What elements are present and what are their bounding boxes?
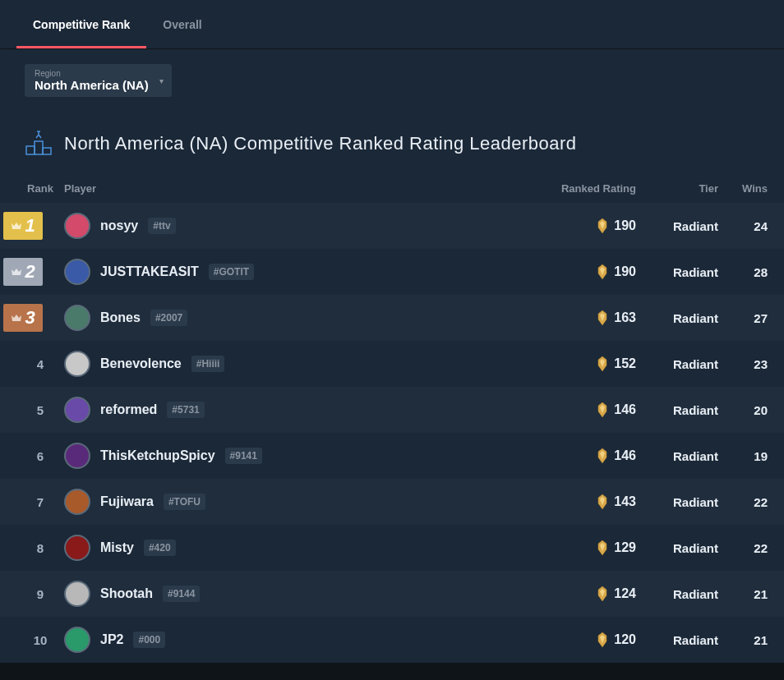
player-name[interactable]: Bones (100, 310, 141, 325)
col-header-rating: Ranked Rating (529, 182, 636, 195)
rating-cell: 163 (529, 310, 636, 326)
table-row[interactable]: 8Misty#420129Radiant22 (0, 525, 784, 571)
wins-value: 23 (718, 357, 768, 371)
rank-number: 6 (16, 449, 64, 463)
player-cell: reformed#5731 (64, 397, 529, 423)
svg-rect-0 (35, 141, 43, 154)
player-name[interactable]: nosyy (100, 218, 138, 233)
table-row[interactable]: 2JUSTTAKEASIT#GOTIT190Radiant28 (0, 249, 784, 295)
player-cell: Fujiwara#TOFU (64, 489, 529, 515)
tab-bar: Competitive Rank Overall (0, 0, 784, 49)
rating-cell: 190 (529, 218, 636, 234)
table-body: 1nosyy#ttv190Radiant242JUSTTAKEASIT#GOTI… (0, 203, 784, 663)
tier-value: Radiant (636, 495, 718, 509)
player-name[interactable]: Benevolence (100, 356, 182, 371)
tier-value: Radiant (636, 357, 718, 371)
col-header-tier: Tier (636, 182, 718, 195)
rating-cell: 120 (529, 632, 636, 648)
rating-value: 152 (614, 356, 636, 371)
avatar (64, 213, 90, 239)
player-tag: #ttv (148, 218, 175, 234)
player-cell: JUSTTAKEASIT#GOTIT (64, 259, 529, 285)
player-tag: #9144 (163, 586, 200, 602)
player-name[interactable]: ThisKetchupSpicy (100, 448, 215, 463)
table-row[interactable]: 10JP2#000120Radiant21 (0, 617, 784, 663)
rating-value: 124 (614, 586, 636, 601)
rating-icon (596, 494, 609, 510)
wins-value: 22 (718, 495, 768, 509)
rating-cell: 146 (529, 448, 636, 464)
table-row[interactable]: 1nosyy#ttv190Radiant24 (0, 203, 784, 249)
player-name[interactable]: JUSTTAKEASIT (100, 264, 199, 279)
table-header: Rank Player Ranked Rating Tier Wins (0, 174, 784, 203)
wins-value: 20 (718, 403, 768, 417)
rating-cell: 143 (529, 494, 636, 510)
col-header-player: Player (64, 182, 529, 195)
svg-rect-2 (43, 148, 51, 154)
player-tag: #000 (133, 632, 165, 648)
rating-value: 190 (614, 264, 636, 279)
player-name[interactable]: Fujiwara (100, 494, 154, 509)
player-tag: #420 (144, 540, 176, 556)
rank-badge: 2 (3, 258, 43, 286)
table-row[interactable]: 4Benevolence#Hiiii152Radiant23 (0, 341, 784, 387)
tab-competitive-rank[interactable]: Competitive Rank (16, 0, 146, 48)
region-dropdown[interactable]: Region North America (NA) ▾ (25, 64, 172, 97)
rating-value: 190 (614, 218, 636, 233)
player-cell: ThisKetchupSpicy#9141 (64, 443, 529, 469)
avatar (64, 397, 90, 423)
rating-value: 143 (614, 494, 636, 509)
player-name[interactable]: reformed (100, 402, 157, 417)
player-tag: #TOFU (164, 494, 205, 510)
tab-overall[interactable]: Overall (146, 0, 218, 48)
rank-badge: 3 (3, 304, 43, 332)
rating-value: 146 (614, 402, 636, 417)
rating-cell: 124 (529, 586, 636, 602)
avatar (64, 351, 90, 377)
player-name[interactable]: Shootah (100, 586, 153, 601)
rating-icon (596, 402, 609, 418)
wins-value: 24 (718, 219, 768, 233)
player-tag: #9141 (225, 448, 262, 464)
avatar (64, 581, 90, 607)
wins-value: 22 (718, 541, 768, 555)
tier-value: Radiant (636, 587, 718, 601)
player-name[interactable]: JP2 (100, 632, 123, 647)
table-row[interactable]: 9Shootah#9144124Radiant21 (0, 571, 784, 617)
tier-value: Radiant (636, 265, 718, 279)
tier-value: Radiant (636, 219, 718, 233)
rank-number: 10 (16, 633, 64, 647)
player-cell: Benevolence#Hiiii (64, 351, 529, 377)
rank-badge: 1 (3, 212, 43, 240)
rating-cell: 146 (529, 402, 636, 418)
rating-icon (596, 356, 609, 372)
wins-value: 27 (718, 311, 768, 325)
player-cell: Misty#420 (64, 535, 529, 561)
rank-number: 8 (16, 541, 64, 555)
wins-value: 21 (718, 633, 768, 647)
rating-icon (596, 632, 609, 648)
rank-number: 4 (16, 357, 64, 371)
table-row[interactable]: 7Fujiwara#TOFU143Radiant22 (0, 479, 784, 525)
rating-value: 120 (614, 632, 636, 647)
tier-value: Radiant (636, 633, 718, 647)
avatar (64, 443, 90, 469)
svg-rect-1 (26, 146, 35, 154)
player-cell: Shootah#9144 (64, 581, 529, 607)
table-row[interactable]: 3Bones#2007163Radiant27 (0, 295, 784, 341)
rating-icon (596, 218, 609, 234)
rating-icon (596, 310, 609, 326)
leaderboard-heading: North America (NA) Competitive Ranked Ra… (0, 105, 784, 174)
heading-text: North America (NA) Competitive Ranked Ra… (64, 133, 577, 154)
table-row[interactable]: 6ThisKetchupSpicy#9141146Radiant19 (0, 433, 784, 479)
region-label: Region (35, 69, 149, 78)
chevron-down-icon: ▾ (159, 76, 164, 85)
table-row[interactable]: 5reformed#5731146Radiant20 (0, 387, 784, 433)
col-header-rank: Rank (16, 182, 64, 195)
region-section: Region North America (NA) ▾ (0, 49, 784, 105)
tier-value: Radiant (636, 449, 718, 463)
avatar (64, 489, 90, 515)
region-value: North America (NA) (35, 78, 149, 92)
wins-value: 19 (718, 449, 768, 463)
player-name[interactable]: Misty (100, 540, 134, 555)
